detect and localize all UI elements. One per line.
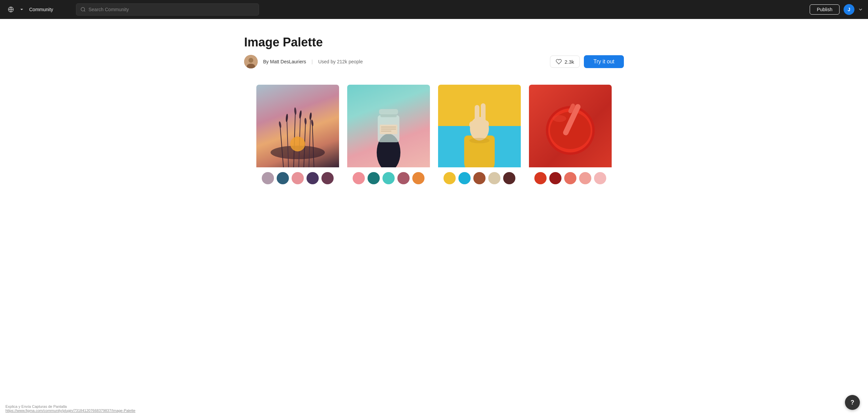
search-bar[interactable] [76, 3, 259, 16]
svg-point-42 [553, 115, 566, 122]
used-by-text: Used by 212k people [318, 59, 363, 64]
svg-point-20 [290, 137, 305, 151]
footer-info: Explica y Envía Capturas de Pantalla htt… [5, 404, 135, 413]
author-avatar [244, 55, 258, 68]
globe-button[interactable] [5, 4, 16, 15]
gallery-image-peace [438, 85, 521, 167]
svg-point-13 [278, 121, 281, 128]
color-swatch [534, 172, 547, 184]
sunset-grass-svg [256, 85, 339, 167]
author-name: By Matt DesLauriers [263, 59, 306, 64]
publish-button[interactable]: Publish [810, 4, 840, 15]
svg-point-16 [299, 110, 302, 119]
actions-area: 2.3k Try it out [550, 55, 624, 68]
color-swatch [262, 172, 274, 184]
palette-row-bowl [532, 167, 609, 189]
header-left: Community [5, 4, 73, 15]
help-button[interactable]: ? [845, 395, 860, 410]
search-input[interactable] [88, 7, 255, 12]
svg-point-15 [294, 107, 297, 115]
color-swatch [458, 172, 471, 184]
svg-point-19 [311, 120, 314, 127]
color-swatch [397, 172, 410, 184]
gallery-image-sunset [256, 85, 339, 167]
color-swatch [473, 172, 486, 184]
svg-point-14 [285, 114, 288, 122]
gallery-item-peace [438, 85, 521, 189]
svg-point-35 [484, 121, 489, 127]
svg-point-18 [309, 112, 312, 120]
color-swatch [503, 172, 515, 184]
avatar-chevron-icon[interactable] [859, 7, 863, 12]
community-label: Community [29, 7, 53, 12]
meta-row: By Matt DesLauriers | Used by 212k peopl… [244, 55, 624, 68]
heart-icon [556, 59, 562, 65]
header-right: Publish J [810, 4, 863, 15]
color-swatch [277, 172, 289, 184]
svg-rect-25 [380, 125, 397, 134]
svg-line-11 [309, 117, 311, 167]
header: Community Publish J [0, 0, 868, 19]
svg-line-7 [287, 119, 289, 167]
palette-row-sunset [259, 167, 336, 189]
svg-rect-32 [475, 105, 479, 125]
svg-rect-24 [379, 109, 398, 114]
color-swatch [382, 172, 395, 184]
svg-point-1 [81, 7, 85, 11]
svg-point-34 [469, 121, 475, 128]
color-swatch [353, 172, 365, 184]
author-link[interactable]: Matt DesLauriers [270, 59, 306, 64]
avatar[interactable]: J [844, 4, 854, 15]
content-area: Image Palette By Matt DesLauriers | Used… [217, 19, 651, 205]
color-swatch [307, 172, 319, 184]
color-swatch [579, 172, 591, 184]
svg-point-36 [469, 138, 490, 143]
gallery-image-bowl [529, 85, 612, 167]
svg-point-17 [304, 118, 307, 125]
footer-link[interactable]: https://www.figma.com/community/plugin/7… [5, 409, 135, 413]
color-swatch [292, 172, 304, 184]
page-title: Image Palette [244, 35, 624, 49]
palette-row-peace [441, 167, 518, 189]
gallery-item-sunset [256, 85, 339, 189]
bowl-svg [529, 85, 612, 167]
gallery-image-jar [347, 85, 430, 167]
jar-svg [347, 85, 430, 167]
color-swatch [564, 172, 576, 184]
like-count: 2.3k [565, 59, 574, 65]
try-it-out-button[interactable]: Try it out [584, 55, 624, 68]
color-swatch [368, 172, 380, 184]
svg-line-12 [312, 124, 314, 167]
like-button[interactable]: 2.3k [550, 56, 580, 68]
color-swatch [594, 172, 606, 184]
svg-line-6 [280, 125, 283, 167]
color-swatch [549, 172, 561, 184]
color-swatch [443, 172, 456, 184]
author-avatar-image [244, 55, 258, 68]
meta-divider: | [312, 59, 313, 64]
gallery-item-jar [347, 85, 430, 189]
gallery-item-bowl [529, 85, 612, 189]
svg-point-3 [249, 58, 253, 63]
color-swatch [488, 172, 500, 184]
color-swatch [412, 172, 425, 184]
search-icon [80, 7, 86, 12]
globe-chevron-icon[interactable] [18, 5, 26, 14]
peace-svg [438, 85, 521, 167]
main-content: Image Palette By Matt DesLauriers | Used… [0, 0, 868, 418]
color-swatch [321, 172, 334, 184]
gallery [244, 85, 624, 189]
palette-row-jar [350, 167, 427, 189]
footer-text: Explica y Envía Capturas de Pantalla [5, 404, 135, 409]
